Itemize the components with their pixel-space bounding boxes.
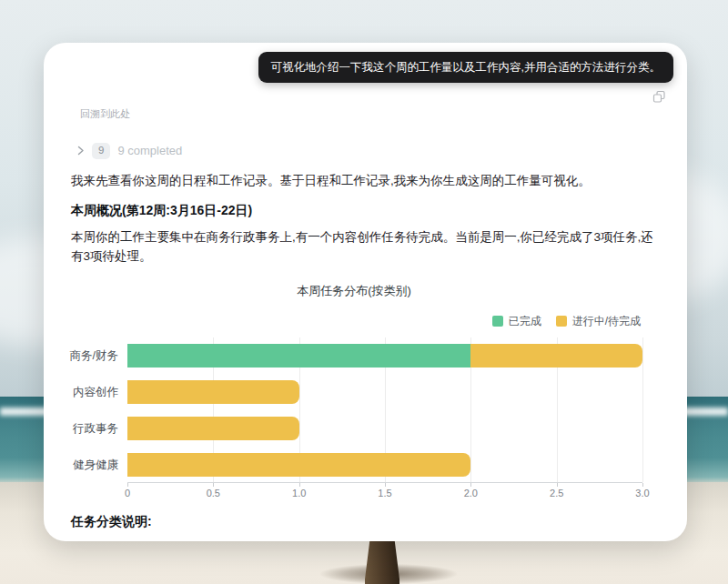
tick-mark: [557, 483, 558, 487]
plot-area: [127, 337, 642, 483]
legend-label: 进行中/待完成: [572, 314, 641, 329]
tick-mark: [385, 483, 386, 487]
tick-mark: [642, 483, 643, 487]
x-axis-ticks: 00.51.01.52.02.53.0: [127, 483, 642, 501]
bar-row: [127, 447, 642, 483]
category-label: 内容创作: [66, 374, 118, 410]
legend-item: 进行中/待完成: [556, 314, 641, 329]
bar-row: [127, 410, 642, 447]
tick-label: 1.5: [378, 488, 391, 498]
legend-label: 已完成: [509, 314, 541, 329]
steps-completed-label: 9 completed: [117, 144, 182, 157]
bar-segment-pending: [127, 380, 299, 404]
chevron-right-icon: [76, 146, 85, 156]
category-label: 行政事务: [66, 410, 118, 447]
assistant-intro-text: 我来先查看你这周的日程和工作记录。基于日程和工作记录,我来为你生成这周的工作量可…: [71, 172, 670, 191]
plot-wrap: 00.51.01.52.02.53.0: [127, 337, 642, 501]
bar-segment-pending: [127, 417, 299, 440]
tick-label: 0: [125, 488, 130, 498]
rollback-to-here-button[interactable]: 回溯到此处: [80, 107, 130, 121]
gridline: [642, 337, 643, 482]
completed-steps-toggle[interactable]: 9 9 completed: [76, 143, 182, 159]
chart-body: 商务/财务内容创作行政事务健身健康 00.51.01.52.02.53.0: [66, 337, 642, 501]
tick-label: 2.0: [464, 488, 478, 498]
legend-swatch-icon: [556, 316, 567, 327]
legend-swatch-icon: [492, 316, 503, 327]
bar-segment-completed: [127, 344, 470, 368]
bar-row: [127, 337, 642, 374]
tick-mark: [299, 483, 300, 487]
tick-label: 0.5: [207, 488, 220, 498]
tick-mark: [127, 483, 128, 487]
bar-segment-pending: [470, 344, 642, 368]
tick-label: 1.0: [292, 488, 306, 498]
chat-card: 回溯到此处 9 9 completed 我来先查看你这周的日程和工作记录。基于日…: [44, 43, 687, 541]
task-distribution-chart: 本周任务分布(按类别) 已完成进行中/待完成 商务/财务内容创作行政事务健身健康…: [66, 283, 642, 501]
tick-label: 3.0: [635, 488, 649, 498]
bar-row: [127, 374, 642, 410]
chart-legend: 已完成进行中/待完成: [66, 315, 642, 327]
category-label: 健身健康: [66, 447, 118, 483]
bar-segment-pending: [127, 453, 470, 477]
week-overview-body: 本周你的工作主要集中在商务行政事务上,有一个内容创作任务待完成。当前是周一,你已…: [71, 228, 664, 267]
category-labels: 商务/财务内容创作行政事务健身健康: [66, 337, 118, 501]
tick-mark: [470, 483, 471, 487]
chart-title: 本周任务分布(按类别): [66, 283, 642, 299]
tick-mark: [213, 483, 214, 487]
steps-count-badge: 9: [92, 143, 110, 159]
legend-item: 已完成: [492, 314, 541, 329]
category-label: 商务/财务: [66, 337, 118, 374]
task-classification-heading: 任务分类说明:: [71, 514, 152, 530]
week-overview-heading: 本周概况(第12周:3月16日-22日): [71, 203, 252, 219]
copy-icon: [652, 90, 666, 104]
copy-button[interactable]: [650, 87, 668, 106]
tick-label: 2.5: [550, 488, 563, 498]
user-prompt-bubble: 可视化地介绍一下我这个周的工作量以及工作内容,并用合适的方法进行分类。: [258, 52, 673, 83]
